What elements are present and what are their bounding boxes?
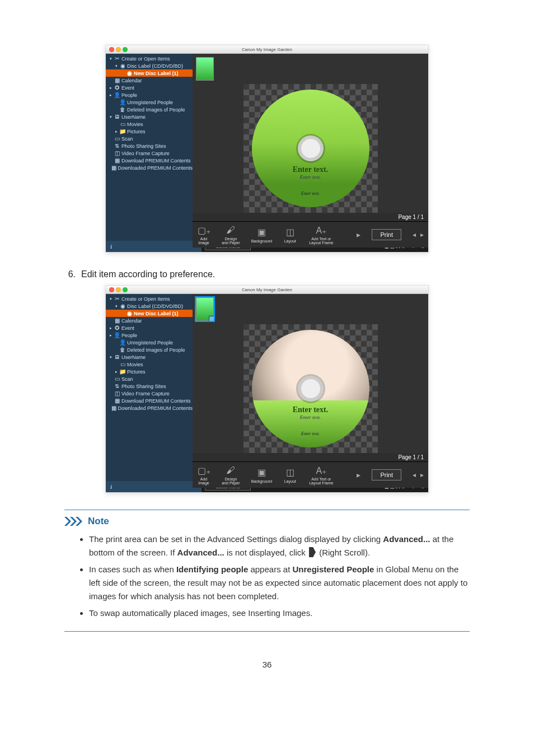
page-thumbnail[interactable] (196, 297, 214, 321)
sidebar-item-new-disc-label[interactable]: ◉New Disc Label (1) (106, 310, 193, 317)
step-text: Edit item according to preference. (81, 269, 215, 279)
sidebar-item-calendar[interactable]: ▦Calendar (106, 77, 193, 84)
disc-text-2[interactable]: Enter text. (300, 414, 321, 420)
note-chevrons-icon (64, 517, 83, 526)
create-open-icon: ✂ (114, 296, 120, 302)
sidebar-item-label: Scan (121, 136, 133, 142)
sidebar-item-video-frame[interactable]: ◫Video Frame Capture (106, 390, 193, 397)
scan-icon: ▭ (114, 136, 120, 142)
design-paper-button[interactable]: 🖌Design and Paper (222, 465, 240, 485)
sidebar-item-photo-sharing[interactable]: ⇅Photo Sharing Sites (106, 142, 193, 150)
sidebar-item-label: Event (121, 85, 134, 91)
sidebar-item-pictures[interactable]: ▸📁Pictures (106, 128, 193, 135)
prev-page-icon[interactable]: ◂ (413, 471, 416, 479)
page-thumbnail[interactable] (196, 57, 214, 81)
sidebar-item-download-premium[interactable]: ▦Download PREMIUM Contents (106, 397, 193, 404)
sidebar-item-username[interactable]: ▾🖥UserName (106, 353, 193, 361)
design-paper-button[interactable]: 🖌Design and Paper (222, 225, 240, 245)
create-open-icon: ✂ (114, 55, 120, 62)
layout-button[interactable]: ◫Layout (283, 227, 297, 243)
sidebar-item-label: Photo Sharing Sites (121, 143, 166, 149)
step-6: 6. Edit item according to preference. (64, 269, 470, 279)
print-button[interactable]: Print (372, 229, 401, 240)
people-icon: 👤 (114, 92, 120, 98)
sidebar-item-photo-sharing[interactable]: ⇅Photo Sharing Sites (106, 382, 193, 390)
layout-button[interactable]: ◫Layout (283, 467, 297, 483)
calendar-icon: ▦ (114, 77, 120, 83)
app-window-1: Canon My Image Garden ▾✂Create or Open I… (105, 45, 429, 253)
sidebar-item-video-frame[interactable]: ◫Video Frame Capture (106, 150, 193, 157)
sidebar-item-movies[interactable]: ▭Movies (106, 120, 193, 128)
sidebar-item-label: UserName (121, 354, 146, 360)
sidebar-item-username[interactable]: ▾🖥UserName (106, 113, 193, 120)
event-icon: ✪ (114, 85, 120, 91)
print-button[interactable]: Print (372, 469, 401, 480)
movies-icon: ▭ (119, 121, 126, 127)
right-scroll-icon (309, 547, 316, 557)
sidebar-item-create-open[interactable]: ▾✂Create or Open Items (106, 295, 193, 302)
disc-text-3[interactable]: Enter text. (301, 191, 320, 196)
next-page-icon[interactable]: ▸ (420, 471, 424, 479)
sidebar-item-new-disc-label[interactable]: ◉New Disc Label (1) (106, 69, 193, 77)
sidebar-item-label: Event (121, 325, 134, 331)
sidebar-item-calendar[interactable]: ▦Calendar (106, 317, 193, 324)
add-image-button[interactable]: ▢₊Add Image (197, 465, 210, 485)
window-title: Canon My Image Garden (106, 47, 428, 52)
disc-text-1[interactable]: Enter text. (293, 405, 329, 414)
add-image-button[interactable]: ▢₊Add Image (197, 225, 210, 245)
sidebar-item-create-open[interactable]: ▾✂Create or Open Items (106, 55, 193, 62)
sidebar-item-label: Create or Open Items (121, 56, 170, 62)
sidebar-item-label: UserName (121, 114, 146, 120)
sidebar-item-disc-label[interactable]: ▾◉Disc Label (CD/DVD/BD) (106, 302, 193, 310)
prev-page-icon[interactable]: ◂ (413, 231, 416, 239)
sidebar-item-event[interactable]: ▸✪Event (106, 84, 193, 91)
next-page-icon[interactable]: ▸ (420, 231, 424, 239)
svg-marker-0 (64, 517, 71, 526)
sidebar-item-people[interactable]: ▸👤People (106, 332, 193, 339)
sidebar-item-event[interactable]: ▸✪Event (106, 324, 193, 332)
sidebar-item-label: Deleted Images of People (127, 107, 185, 113)
sidebar-item-label: Pictures (127, 129, 146, 134)
disc-preview[interactable]: Enter text. Enter text. Enter text. (243, 84, 378, 213)
movies-icon: ▭ (119, 361, 126, 367)
sidebar-item-scan[interactable]: ▭Scan (106, 135, 193, 142)
info-tip: i (106, 481, 202, 492)
sidebar-item-label: Calendar (121, 318, 142, 324)
disc-text-2[interactable]: Enter text. (300, 174, 321, 180)
page-number: 36 (64, 660, 470, 669)
disc-preview[interactable]: Enter text. Enter text. Enter text. (243, 324, 378, 453)
username-icon: 🖥 (114, 114, 120, 120)
sidebar-item-deleted-images[interactable]: 🗑Deleted Images of People (106, 106, 193, 113)
note-bullet-2: In cases such as when Identifying people… (89, 563, 470, 603)
disc-text-1[interactable]: Enter text. (293, 165, 329, 174)
download-premium-icon: ▦ (114, 157, 120, 164)
sidebar-item-unregistered-people[interactable]: 👤Unregistered People (106, 99, 193, 106)
note-box: Note The print area can be set in the Ad… (64, 510, 470, 632)
sidebar-item-people[interactable]: ▸👤People (106, 91, 193, 99)
info-tip: i (106, 241, 202, 252)
background-button[interactable]: ▣Background (251, 227, 272, 243)
titlebar: Canon My Image Garden (106, 45, 428, 54)
sidebar-item-label: Disc Label (CD/DVD/BD) (127, 63, 183, 69)
sidebar-item-label: Movies (127, 362, 143, 367)
sidebar-item-scan[interactable]: ▭Scan (106, 375, 193, 382)
sidebar-item-label: Calendar (121, 78, 142, 83)
background-button[interactable]: ▣Background (251, 467, 272, 483)
add-text-button[interactable]: A₊Add Text or Layout Frame (308, 225, 334, 245)
scroll-right-icon[interactable]: ▸ (357, 230, 360, 239)
scroll-right-icon[interactable]: ▸ (357, 470, 360, 479)
calendar-icon: ▦ (114, 318, 120, 324)
disc-text-3[interactable]: Enter text. (301, 431, 320, 436)
sidebar-item-downloaded-premium[interactable]: ▦Downloaded PREMIUM Contents (106, 164, 193, 171)
sidebar-item-label: Unregistered People (127, 340, 173, 346)
sidebar-item-label: People (121, 92, 137, 98)
sidebar-item-unregistered-people[interactable]: 👤Unregistered People (106, 339, 193, 346)
sidebar-item-download-premium[interactable]: ▦Download PREMIUM Contents (106, 157, 193, 164)
sidebar-item-pictures[interactable]: ▸📁Pictures (106, 368, 193, 375)
canvas: Enter text. Enter text. Enter text. Page… (193, 54, 428, 241)
sidebar-item-movies[interactable]: ▭Movies (106, 361, 193, 368)
add-text-button[interactable]: A₊Add Text or Layout Frame (308, 465, 334, 485)
sidebar-item-downloaded-premium[interactable]: ▦Downloaded PREMIUM Contents (106, 404, 193, 412)
sidebar-item-disc-label[interactable]: ▾◉Disc Label (CD/DVD/BD) (106, 62, 193, 69)
sidebar-item-deleted-images[interactable]: 🗑Deleted Images of People (106, 346, 193, 353)
